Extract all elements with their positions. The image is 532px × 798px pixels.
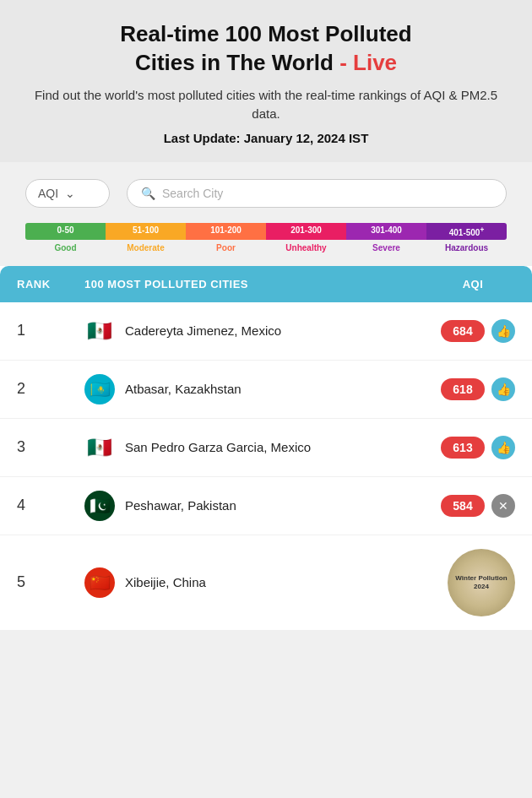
aqi-section-3: 613 👍 <box>431 436 515 459</box>
label-good: Good <box>25 243 106 252</box>
flag-kazakhstan-2: 🇰🇿 <box>84 374 115 404</box>
city-info-4: 🇵🇰 Peshawar, Pakistan <box>84 491 431 521</box>
legend-labels: Good Moderate Poor Unhealthy Severe Haza… <box>25 243 507 252</box>
like-button-3[interactable]: 👍 <box>491 436 515 459</box>
table-row: 3 🇲🇽 San Pedro Garza Garcia, Mexico 613 … <box>0 419 532 477</box>
rank-5: 5 <box>17 573 84 591</box>
city-info-2: 🇰🇿 Atbasar, Kazakhstan <box>84 374 431 404</box>
flag-mexico-3: 🇲🇽 <box>84 432 115 463</box>
city-name-4: Peshawar, Pakistan <box>125 497 236 514</box>
controls-section: AQI ⌄ 🔍 Search City <box>0 162 532 216</box>
chevron-down-icon: ⌄ <box>65 187 75 200</box>
legend-bar-severe: 301-400 <box>346 223 426 240</box>
flag-mexico-1: 🇲🇽 <box>84 316 115 346</box>
rank-1: 1 <box>17 322 84 339</box>
aqi-badge-2: 618 <box>441 378 485 400</box>
subtitle-text: Find out the world's most polluted citie… <box>25 86 507 124</box>
dropdown-label: AQI <box>38 187 58 200</box>
aqi-badge-4: 584 <box>441 495 485 517</box>
table-section: RANK 100 MOST POLLUTED CITIES AQI 1 🇲🇽 C… <box>0 266 532 630</box>
like-button-1[interactable]: 👍 <box>491 319 515 343</box>
table-row: 4 🇵🇰 Peshawar, Pakistan 584 ✕ <box>0 477 532 535</box>
legend-bar-moderate: 51-100 <box>106 223 186 240</box>
aqi-section-5: Winter Pollution 2024 <box>431 549 515 616</box>
label-poor: Poor <box>186 243 266 252</box>
aqi-dropdown[interactable]: AQI ⌄ <box>25 179 110 208</box>
flag-china-5: 🇨🇳 <box>84 567 115 598</box>
rank-4: 4 <box>17 497 84 514</box>
aqi-section-4: 584 ✕ <box>431 494 515 518</box>
flag-pakistan-4: 🇵🇰 <box>84 491 115 521</box>
city-name-1: Cadereyta Jimenez, Mexico <box>125 323 281 339</box>
header-section: Real-time 100 Most Polluted Cities in Th… <box>0 0 532 162</box>
search-icon: 🔍 <box>141 187 155 200</box>
search-box[interactable]: 🔍 Search City <box>127 179 507 208</box>
page-title: Real-time 100 Most Polluted Cities in Th… <box>25 20 507 78</box>
watermark-badge: Winter Pollution 2024 <box>448 549 515 616</box>
last-update: Last Update: January 12, 2024 IST <box>25 131 507 145</box>
legend-bar-good: 0-50 <box>25 223 106 240</box>
city-name-2: Atbasar, Kazakhstan <box>125 381 242 398</box>
table-row: 5 🇨🇳 Xibeijie, China Winter Pollution 20… <box>0 535 532 630</box>
close-button-4[interactable]: ✕ <box>491 494 515 518</box>
legend-bar-poor: 101-200 <box>186 223 266 240</box>
label-severe: Severe <box>346 243 426 252</box>
th-aqi: AQI <box>431 278 515 290</box>
city-name-5: Xibeijie, China <box>125 574 206 591</box>
rank-2: 2 <box>17 380 84 398</box>
like-button-2[interactable]: 👍 <box>491 377 515 401</box>
legend-bar-hazardous: 401-500+ <box>426 223 507 240</box>
label-hazardous: Hazardous <box>426 243 507 252</box>
label-unhealthy: Unhealthy <box>266 243 346 252</box>
th-rank: RANK <box>17 278 84 290</box>
legend-bars: 0-50 51-100 101-200 201-300 301-400 401-… <box>25 223 507 240</box>
city-info-3: 🇲🇽 San Pedro Garza Garcia, Mexico <box>84 432 431 463</box>
city-info-5: 🇨🇳 Xibeijie, China <box>84 567 431 598</box>
search-placeholder: Search City <box>162 187 223 200</box>
table-header: RANK 100 MOST POLLUTED CITIES AQI <box>0 266 532 302</box>
aqi-badge-1: 684 <box>441 320 485 342</box>
legend-section: 0-50 51-100 101-200 201-300 301-400 401-… <box>0 216 532 266</box>
rank-3: 3 <box>17 438 84 456</box>
aqi-badge-3: 613 <box>441 437 485 459</box>
th-cities: 100 MOST POLLUTED CITIES <box>84 278 431 290</box>
label-moderate: Moderate <box>106 243 186 252</box>
aqi-section-2: 618 👍 <box>431 377 515 401</box>
city-info-1: 🇲🇽 Cadereyta Jimenez, Mexico <box>84 316 431 346</box>
aqi-section-1: 684 👍 <box>431 319 515 343</box>
table-row: 1 🇲🇽 Cadereyta Jimenez, Mexico 684 👍 <box>0 302 532 361</box>
table-row: 2 🇰🇿 Atbasar, Kazakhstan 618 👍 <box>0 361 532 419</box>
legend-bar-unhealthy: 201-300 <box>266 223 346 240</box>
city-name-3: San Pedro Garza Garcia, Mexico <box>125 439 311 456</box>
